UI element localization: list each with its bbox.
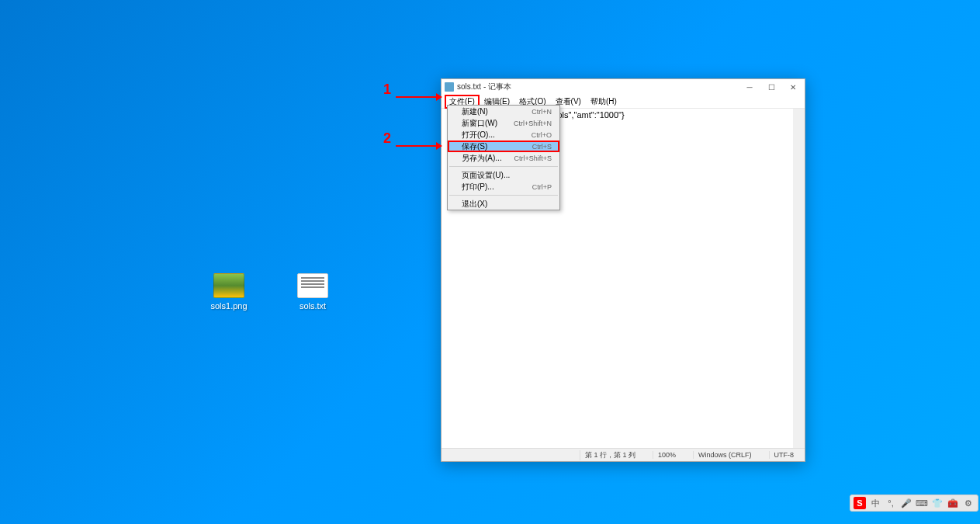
image-file-icon [213,273,244,298]
desktop-icon-label: sols.txt [300,301,326,311]
window-title: sols.txt - 记事本 [457,82,744,92]
maximize-button[interactable]: ☐ [766,82,777,92]
annotation-2: 2 [383,130,391,147]
menu-item-label: 打开(O)... [462,130,495,141]
menu-item-save-as[interactable]: 另存为(A)... Ctrl+Shift+S [448,152,559,164]
desktop-icon-txt[interactable]: sols.txt [286,273,340,311]
vertical-scrollbar[interactable] [793,109,805,448]
status-zoom: 100% [653,451,680,459]
menu-item-new-window[interactable]: 新窗口(W) Ctrl+Shift+N [448,117,559,129]
status-position: 第 1 行，第 1 列 [580,450,640,460]
svg-marker-3 [436,142,442,150]
ime-toolbar[interactable]: S 中 °, 🎤 ⌨ 👕 🧰 ⚙ [850,495,978,512]
annotation-1: 1 [383,82,391,98]
menu-item-shortcut: Ctrl+Shift+S [514,154,552,162]
status-lineending: Windows (CRLF) [693,451,757,459]
ime-lang-icon[interactable]: 中 [869,497,881,509]
annotation-arrow-2 [396,141,442,151]
desktop-icon-label: sols1.png [210,301,247,311]
menu-item-exit[interactable]: 退出(X) [448,198,559,210]
minimize-button[interactable]: ─ [744,82,755,92]
menu-item-shortcut: Ctrl+N [532,108,552,116]
status-encoding: UTF-8 [769,451,799,459]
titlebar[interactable]: sols.txt - 记事本 ─ ☐ ✕ [442,79,805,95]
menu-item-shortcut: Ctrl+Shift+N [514,120,552,127]
menu-item-new[interactable]: 新建(N) Ctrl+N [448,106,559,117]
menu-divider [449,195,558,196]
menu-item-open[interactable]: 打开(O)... Ctrl+O [448,129,559,141]
ime-mic-icon[interactable]: 🎤 [900,497,912,509]
menu-item-label: 保存(S) [462,141,487,152]
file-dropdown-menu: 新建(N) Ctrl+N 新窗口(W) Ctrl+Shift+N 打开(O)..… [447,105,560,210]
menu-divider [449,166,558,167]
ime-punct-icon[interactable]: °, [885,497,897,509]
notepad-icon [445,82,454,92]
menu-item-label: 另存为(A)... [462,153,502,164]
ime-skin-icon[interactable]: 👕 [931,497,944,509]
menu-item-print[interactable]: 打印(P)... Ctrl+P [448,181,559,193]
annotation-arrow-1 [396,92,442,102]
menu-item-shortcut: Ctrl+S [532,143,552,151]
menu-help[interactable]: 帮助(H) [586,95,622,109]
menu-item-shortcut: Ctrl+O [532,131,552,139]
menu-item-label: 新建(N) [462,106,488,117]
close-button[interactable]: ✕ [788,82,798,92]
statusbar: 第 1 行，第 1 列 100% Windows (CRLF) UTF-8 [442,448,805,461]
ime-sogou-icon[interactable]: S [854,497,866,509]
menu-item-label: 打印(P)... [462,182,494,193]
menu-item-save[interactable]: 保存(S) Ctrl+S [448,141,559,152]
text-file-icon [297,273,328,298]
menu-item-label: 新窗口(W) [462,118,497,129]
menu-item-label: 页面设置(U)... [462,170,510,181]
menu-item-shortcut: Ctrl+P [532,183,552,191]
ime-settings-icon[interactable]: ⚙ [962,497,975,509]
menu-item-label: 退出(X) [462,199,487,210]
menu-item-page-setup[interactable]: 页面设置(U)... [448,169,559,181]
svg-marker-1 [436,93,442,101]
desktop-icon-png[interactable]: sols1.png [202,273,256,311]
ime-toolbox-icon[interactable]: 🧰 [947,497,959,509]
ime-keyboard-icon[interactable]: ⌨ [916,497,928,509]
text-content: sols","amt":"1000"} [553,110,625,120]
